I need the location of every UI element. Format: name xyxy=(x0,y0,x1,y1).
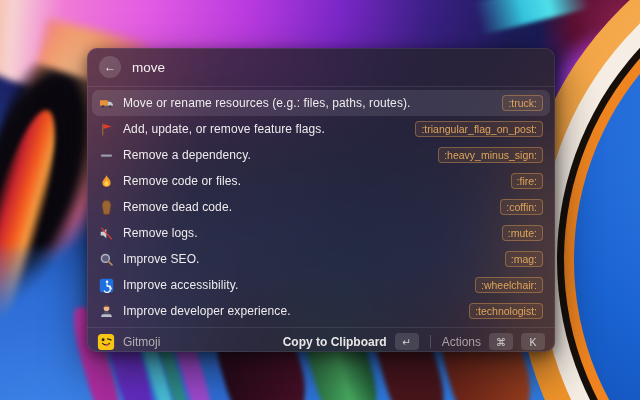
list-item-1[interactable]: Move or rename resources (e.g.: files, p… xyxy=(92,90,550,116)
gitmoji-code-badge: :technologist: xyxy=(469,303,543,319)
wheelchair-icon xyxy=(99,278,114,293)
return-key-badge: ↵ xyxy=(395,333,419,350)
results-list: Move or rename resources (e.g.: files, p… xyxy=(87,87,555,327)
triangular-flag-icon xyxy=(99,122,114,137)
list-item-6[interactable]: Remove logs. :mute: xyxy=(92,220,550,246)
list-item-8[interactable]: Improve accessibility. :wheelchair: xyxy=(92,272,550,298)
gitmoji-code-badge: :fire: xyxy=(511,173,543,189)
footer-bar: Gitmoji Copy to Clipboard ↵ Actions ⌘ K xyxy=(87,327,555,352)
gitmoji-code-badge: :wheelchair: xyxy=(475,277,543,293)
heavy-minus-icon xyxy=(99,148,114,163)
list-item-title: Improve developer experience. xyxy=(123,304,460,318)
list-item-4[interactable]: Remove code or files. :fire: xyxy=(92,168,550,194)
primary-action-label[interactable]: Copy to Clipboard xyxy=(283,335,387,349)
truck-icon xyxy=(99,96,114,111)
list-item-2[interactable]: Add, update, or remove feature flags. :t… xyxy=(92,116,550,142)
list-item-7[interactable]: Improve SEO. :mag: xyxy=(92,246,550,272)
technologist-icon xyxy=(99,304,114,319)
gitmoji-code-badge: :mute: xyxy=(502,225,543,241)
list-item-title: Remove code or files. xyxy=(123,174,502,188)
list-item-title: Remove logs. xyxy=(123,226,493,240)
command-palette-window: ← Move or rename resources (e.g.: files,… xyxy=(87,48,555,352)
back-arrow-icon: ← xyxy=(104,60,116,74)
list-item-title: Remove dead code. xyxy=(123,200,491,214)
k-key-badge: K xyxy=(521,333,545,350)
gitmoji-code-badge: :truck: xyxy=(502,95,543,111)
mute-icon xyxy=(99,226,114,241)
window-content: ← Move or rename resources (e.g.: files,… xyxy=(87,48,555,352)
list-item-title: Move or rename resources (e.g.: files, p… xyxy=(123,96,493,110)
list-item-3[interactable]: Remove a dependency. :heavy_minus_sign: xyxy=(92,142,550,168)
fire-icon xyxy=(99,174,114,189)
list-item-title: Improve accessibility. xyxy=(123,278,466,292)
cmd-key-badge: ⌘ xyxy=(489,333,513,350)
gitmoji-code-badge: :triangular_flag_on_post: xyxy=(415,121,543,137)
mag-icon xyxy=(99,252,114,267)
actions-button[interactable]: Actions xyxy=(442,335,481,349)
gitmoji-code-badge: :coffin: xyxy=(500,199,543,215)
back-button[interactable]: ← xyxy=(99,56,121,78)
list-item-title: Improve SEO. xyxy=(123,252,496,266)
list-item-5[interactable]: Remove dead code. :coffin: xyxy=(92,194,550,220)
gitmoji-code-badge: :heavy_minus_sign: xyxy=(438,147,543,163)
search-bar: ← xyxy=(87,48,555,87)
search-input[interactable] xyxy=(132,60,543,75)
list-item-title: Add, update, or remove feature flags. xyxy=(123,122,406,136)
footer-divider xyxy=(430,335,431,348)
gitmoji-code-badge: :mag: xyxy=(505,251,543,267)
app-name: Gitmoji xyxy=(123,335,275,349)
list-item-title: Remove a dependency. xyxy=(123,148,429,162)
coffin-icon xyxy=(99,200,114,215)
list-item-9[interactable]: Improve developer experience. :technolog… xyxy=(92,298,550,324)
gitmoji-app-icon xyxy=(97,333,115,351)
